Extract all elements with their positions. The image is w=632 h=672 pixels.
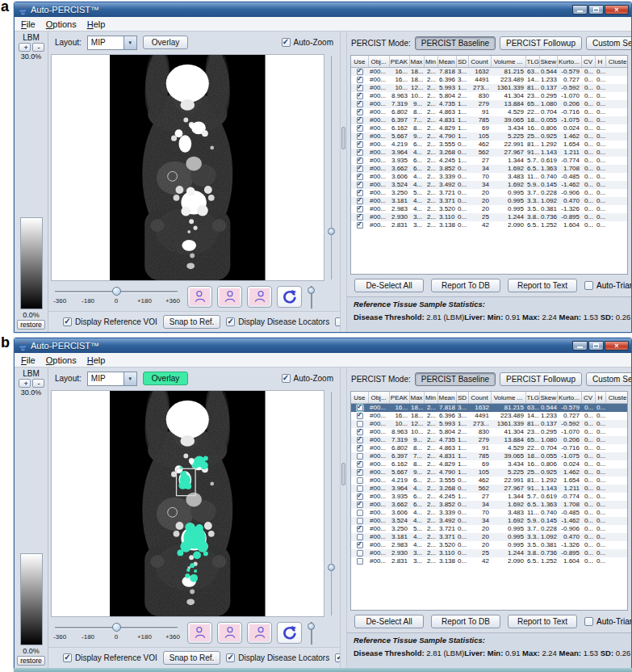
slider-thumb[interactable] <box>308 623 315 630</box>
close-button[interactable]: × <box>605 341 629 351</box>
column-header[interactable]: CV <box>581 56 595 68</box>
column-header[interactable]: Kurto... <box>557 392 581 404</box>
table-row[interactable]: #00...7.3199...2...4.7351...27913.88465.… <box>351 100 628 108</box>
panel-splitter[interactable] <box>340 368 347 668</box>
table-row[interactable]: #00...5.6679...2...4.7901...1055.22525..… <box>351 468 628 477</box>
column-header[interactable]: Volume ... <box>491 392 525 404</box>
fine-rotation-slider[interactable] <box>307 284 316 309</box>
minimize-button[interactable] <box>572 5 588 15</box>
use-checkbox[interactable] <box>357 413 363 419</box>
lesion-table[interactable]: UseObj...PEAKMaxMinMeanSDCountVolume ...… <box>350 391 628 611</box>
deselect-all-button[interactable]: De-Select All <box>354 615 424 628</box>
table-row[interactable]: #00...2.8313...2...3.1380...422.0906.5..… <box>351 221 628 229</box>
menu-file[interactable]: File <box>21 355 36 365</box>
use-checkbox[interactable] <box>357 421 363 427</box>
checkbox-icon[interactable] <box>226 317 235 326</box>
table-row[interactable]: #00...4.2196...2...3.5550...46222.99181.… <box>351 141 628 149</box>
use-checkbox[interactable] <box>357 190 363 196</box>
slider-thumb[interactable] <box>112 623 121 632</box>
orientation-right-button[interactable] <box>247 286 272 308</box>
table-row[interactable]: #00...2.9834...2...3.5200...200.9953.5..… <box>351 205 628 213</box>
table-row[interactable]: #00...2.9303...2...3.1100...251.2443.8..… <box>351 549 628 557</box>
lbm-plus-button[interactable]: + <box>19 379 31 388</box>
column-header[interactable]: Skew <box>539 56 557 68</box>
column-header[interactable]: Obj... <box>368 392 389 404</box>
use-checkbox[interactable] <box>357 542 363 548</box>
orientation-front-button[interactable] <box>217 286 242 308</box>
checkbox-icon[interactable] <box>63 653 72 662</box>
use-checkbox[interactable] <box>357 526 363 532</box>
auto-triangulate-checkbox[interactable]: Auto-Triangulate <box>584 281 632 290</box>
use-checkbox[interactable] <box>357 445 363 452</box>
use-checkbox[interactable] <box>357 534 363 540</box>
column-header[interactable]: Mean <box>437 56 456 68</box>
table-row[interactable]: #00...2.9303...2...3.1100...251.2443.8..… <box>351 213 628 221</box>
table-row[interactable]: #00...3.9356...2...4.2451...271.3445.7..… <box>351 493 628 501</box>
restore-button[interactable]: restore <box>17 656 44 666</box>
table-row[interactable]: #00...3.5244...2...3.4920...341.6925.9..… <box>351 181 628 189</box>
checkbox-icon[interactable] <box>226 653 235 662</box>
display-reference-voi-checkbox[interactable]: Display Reference VOI <box>63 317 157 326</box>
overlay-button[interactable]: Overlay <box>143 372 188 385</box>
table-row[interactable]: #00...3.6626...2...3.8520...341.6926.5..… <box>351 165 628 173</box>
lbm-plus-button[interactable]: + <box>19 43 31 52</box>
fine-rotation-slider[interactable] <box>307 620 316 645</box>
column-header[interactable]: Max <box>409 56 424 68</box>
lbm-minus-button[interactable]: - <box>32 43 44 52</box>
column-header[interactable]: Cluste... <box>605 56 628 68</box>
column-header[interactable]: TLG <box>525 56 539 68</box>
column-header[interactable]: TLG <box>525 392 539 404</box>
use-checkbox[interactable] <box>357 437 363 443</box>
menu-options[interactable]: Options <box>46 19 77 29</box>
table-row[interactable]: #00...6.8028...2...4.8631...914.52922...… <box>351 444 628 452</box>
use-checkbox[interactable] <box>357 117 363 124</box>
slider-thumb[interactable] <box>328 564 335 571</box>
table-row[interactable]: #00...10...12...2...5.9931...273...1361.… <box>351 84 628 92</box>
table-row[interactable]: #00...3.1814...2...3.3710...200.9953.3..… <box>351 197 628 205</box>
checkbox-icon[interactable] <box>282 374 291 383</box>
table-row[interactable]: #00...6.8028...2...4.8631...914.52922...… <box>351 108 628 116</box>
use-checkbox[interactable] <box>357 558 363 565</box>
snap-to-ref-button[interactable]: Snap to Ref. <box>163 315 221 329</box>
table-row[interactable]: #00...6.3977...2...4.8311...78539.06518.… <box>351 452 628 460</box>
use-checkbox[interactable] <box>357 550 363 556</box>
column-header[interactable]: Skew <box>539 392 557 404</box>
column-header[interactable]: Count <box>468 56 491 68</box>
close-button[interactable]: × <box>605 5 629 15</box>
slider-thumb[interactable] <box>308 287 315 294</box>
auto-zoom-checkbox[interactable]: Auto-Zoom <box>282 38 333 47</box>
checkbox-icon[interactable] <box>282 38 291 47</box>
rotation-slider[interactable]: -360 -180 0 +180 +360 <box>55 620 178 645</box>
use-checkbox[interactable] <box>357 477 363 484</box>
use-checkbox[interactable] <box>357 510 363 516</box>
table-row[interactable]: #00...3.9644...2...3.2680...56227.96791.… <box>351 485 628 493</box>
column-header[interactable]: Kurto... <box>557 56 581 68</box>
menu-help[interactable]: Help <box>87 19 106 29</box>
column-header[interactable]: Count <box>468 392 491 404</box>
column-header[interactable]: Use <box>351 56 368 68</box>
table-row[interactable]: #00...8.96310...2...5.8042...83041.30423… <box>351 92 628 100</box>
snap-to-ref-button[interactable]: Snap to Ref. <box>163 651 221 665</box>
custom-settings-button[interactable]: Custom Settings <box>586 36 632 50</box>
column-header[interactable]: Min <box>424 392 437 404</box>
report-to-db-button[interactable]: Report To DB <box>431 279 500 292</box>
use-checkbox[interactable] <box>357 198 363 204</box>
orientation-right-button[interactable] <box>247 622 272 644</box>
use-checkbox[interactable] <box>357 453 363 460</box>
table-row[interactable]: #00...16...18...2...6.3963...4491223.489… <box>351 76 628 84</box>
use-checkbox[interactable] <box>357 101 363 107</box>
orientation-front-button[interactable] <box>217 622 242 644</box>
table-row[interactable]: #00...2.9834...2...3.5200...200.9953.5..… <box>351 541 628 549</box>
use-checkbox[interactable] <box>357 85 363 91</box>
checkbox-icon[interactable] <box>584 617 593 626</box>
use-checkbox[interactable] <box>357 485 363 492</box>
checkbox-icon[interactable] <box>584 281 593 290</box>
deselect-all-button[interactable]: De-Select All <box>354 279 424 292</box>
image-canvas[interactable] <box>51 390 324 617</box>
use-checkbox[interactable] <box>357 206 363 212</box>
column-header[interactable]: Obj... <box>368 56 389 68</box>
maximize-button[interactable] <box>588 5 604 15</box>
column-header[interactable]: H <box>595 56 605 68</box>
rotate-button[interactable] <box>277 622 302 644</box>
use-checkbox[interactable] <box>357 77 363 83</box>
